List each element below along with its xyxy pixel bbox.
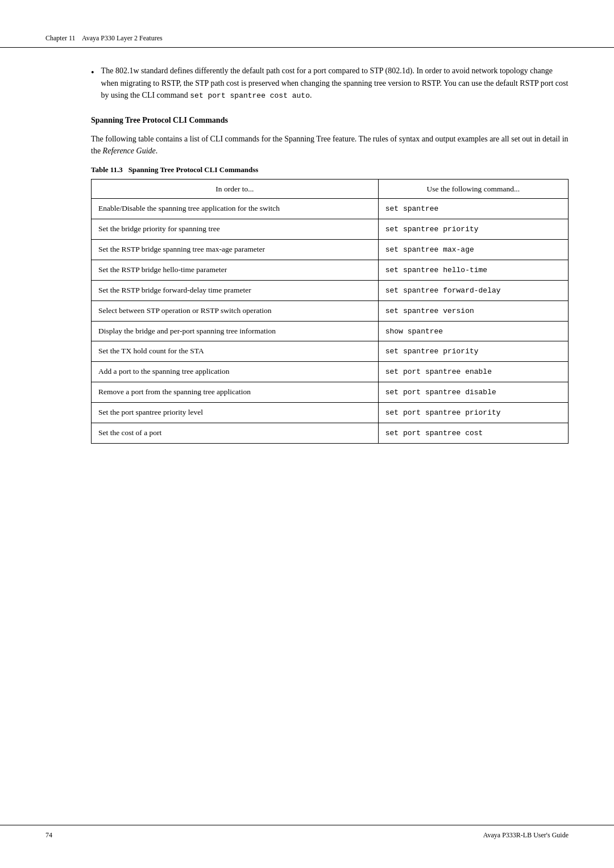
- table-row: Set the TX hold count for the STAset spa…: [92, 341, 569, 362]
- table-cell-purpose: Set the cost of a port: [92, 423, 379, 443]
- table-cell-purpose: Set the bridge priority for spanning tre…: [92, 219, 379, 240]
- section-heading: Spanning Tree Protocol CLI Commands: [91, 116, 569, 125]
- table-cell-command: set spantree max-age: [378, 240, 568, 260]
- intro-paragraph: The following table contains a list of C…: [91, 133, 569, 157]
- bullet-code: set port spantree cost auto: [190, 91, 310, 100]
- table-cell-command: set spantree: [378, 199, 568, 219]
- table-caption-label: Table 11.3: [91, 165, 123, 174]
- table-row: Set the cost of a portset port spantree …: [92, 423, 569, 443]
- table-row: Set the RSTP bridge spanning tree max-ag…: [92, 240, 569, 260]
- table-cell-purpose: Set the TX hold count for the STA: [92, 341, 379, 362]
- table-cell-command: set spantree hello-time: [378, 260, 568, 280]
- table-row: Enable/Disable the spanning tree applica…: [92, 199, 569, 219]
- table-cell-purpose: Set the RSTP bridge spanning tree max-ag…: [92, 240, 379, 260]
- intro-italic: Reference Guide: [103, 147, 156, 155]
- bullet-text-after: .: [310, 91, 312, 99]
- table-row: Set the port spantree priority levelset …: [92, 402, 569, 423]
- content-area: • The 802.1w standard defines differentl…: [0, 65, 614, 444]
- col-header-command: Use the following command...: [378, 179, 568, 199]
- table-cell-command: set port spantree disable: [378, 382, 568, 403]
- intro-text-1: The following table contains a list of C…: [91, 135, 569, 156]
- table-cell-purpose: Set the port spantree priority level: [92, 402, 379, 423]
- chapter-title: Avaya P330 Layer 2 Features: [82, 34, 163, 42]
- page-footer: 74 Avaya P333R-LB User's Guide: [0, 825, 614, 840]
- table-cell-command: set spantree priority: [378, 219, 568, 240]
- table-row: Display the bridge and per-port spanning…: [92, 321, 569, 341]
- footer-guide-title: Avaya P333R-LB User's Guide: [483, 831, 569, 840]
- bullet-text-before: The 802.1w standard defines differently …: [101, 66, 569, 99]
- bullet-section: • The 802.1w standard defines differentl…: [91, 65, 569, 102]
- table-row: Remove a port from the spanning tree app…: [92, 382, 569, 403]
- table-cell-purpose: Enable/Disable the spanning tree applica…: [92, 199, 379, 219]
- table-cell-command: set port spantree priority: [378, 402, 568, 423]
- table-cell-command: set port spantree cost: [378, 423, 568, 443]
- chapter-number: Chapter 11: [45, 34, 76, 42]
- bullet-dot: •: [91, 66, 94, 80]
- col-header-purpose: In order to...: [92, 179, 379, 199]
- intro-text-2: .: [156, 147, 158, 155]
- table-row: Add a port to the spanning tree applicat…: [92, 362, 569, 382]
- table-cell-purpose: Select between STP operation or RSTP swi…: [92, 301, 379, 321]
- table-cell-command: set spantree forward-delay: [378, 280, 568, 301]
- table-header-row: In order to... Use the following command…: [92, 179, 569, 199]
- table-cell-purpose: Display the bridge and per-port spanning…: [92, 321, 379, 341]
- table-cell-command: set port spantree enable: [378, 362, 568, 382]
- table-caption-title: Spanning Tree Protocol CLI Commandss: [128, 165, 259, 174]
- cli-commands-table: In order to... Use the following command…: [91, 179, 569, 444]
- bullet-text-1: The 802.1w standard defines differently …: [101, 65, 569, 102]
- table-row: Set the RSTP bridge hello-time parameter…: [92, 260, 569, 280]
- table-cell-purpose: Add a port to the spanning tree applicat…: [92, 362, 379, 382]
- page-header: Chapter 11 Avaya P330 Layer 2 Features: [0, 34, 614, 48]
- table-row: Select between STP operation or RSTP swi…: [92, 301, 569, 321]
- table-cell-command: set spantree priority: [378, 341, 568, 362]
- table-cell-command: set spantree version: [378, 301, 568, 321]
- table-row: Set the bridge priority for spanning tre…: [92, 219, 569, 240]
- table-cell-purpose: Set the RSTP bridge hello-time parameter: [92, 260, 379, 280]
- chapter-label: Chapter 11 Avaya P330 Layer 2 Features: [45, 34, 163, 43]
- table-cell-purpose: Remove a port from the spanning tree app…: [92, 382, 379, 403]
- table-cell-purpose: Set the RSTP bridge forward-delay time p…: [92, 280, 379, 301]
- table-cell-command: show spantree: [378, 321, 568, 341]
- footer-page-number: 74: [45, 831, 52, 840]
- page: Chapter 11 Avaya P330 Layer 2 Features •…: [0, 0, 614, 868]
- bullet-item-1: • The 802.1w standard defines differentl…: [91, 65, 569, 102]
- table-row: Set the RSTP bridge forward-delay time p…: [92, 280, 569, 301]
- table-caption: Table 11.3 Spanning Tree Protocol CLI Co…: [91, 165, 569, 174]
